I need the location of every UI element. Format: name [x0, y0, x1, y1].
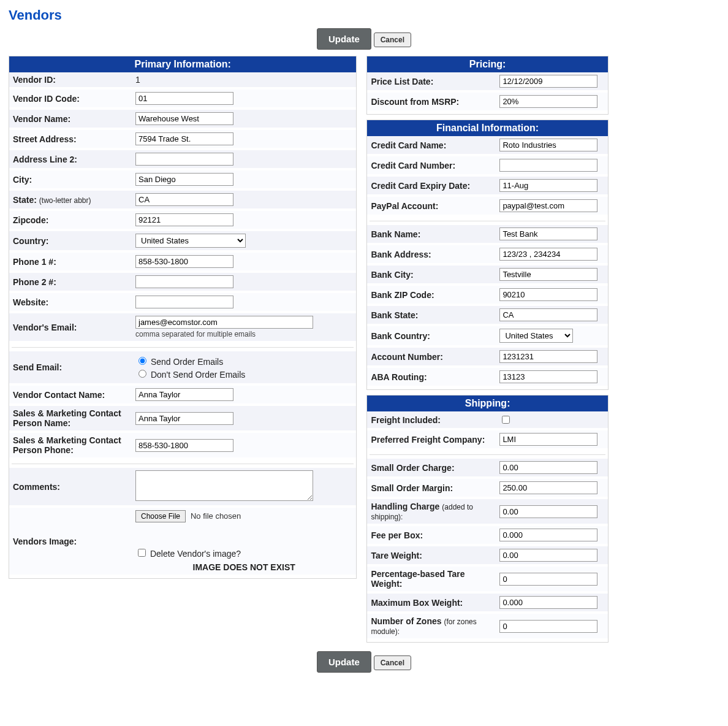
label-acct-num: Account Number: [367, 346, 496, 367]
label-zip: Zipcode: [9, 210, 132, 230]
file-status: No file chosen [191, 511, 241, 521]
cancel-button-bottom[interactable]: Cancel [374, 655, 411, 670]
input-aba[interactable] [499, 370, 597, 383]
input-state[interactable] [135, 193, 233, 206]
input-addr2[interactable] [135, 153, 233, 166]
label-pref-company: Preferred Freight Company: [367, 429, 496, 449]
input-discount[interactable] [499, 95, 597, 108]
input-cc-num[interactable] [499, 159, 597, 172]
pricing-panel: Pricing: Price List Date: Discount from … [366, 56, 608, 115]
label-cc-name: Credit Card Name: [367, 136, 496, 155]
input-zip[interactable] [135, 213, 233, 226]
value-vendor-id: 1 [132, 72, 356, 88]
label-tare: Tare Weight: [367, 545, 496, 565]
label-pct-tare: Percentage-based Tare Weight: [367, 565, 496, 592]
input-sm-phone[interactable] [135, 439, 233, 452]
label-bank-country: Bank Country: [367, 325, 496, 346]
label-comments: Comments: [9, 468, 132, 506]
input-vendor-name[interactable] [135, 112, 233, 125]
textarea-comments[interactable] [135, 470, 313, 501]
input-bank-addr[interactable] [499, 248, 597, 261]
input-bank-zip[interactable] [499, 288, 597, 301]
radio-send-emails[interactable] [138, 357, 146, 365]
input-max-box[interactable] [499, 596, 597, 609]
pricing-header: Pricing: [367, 56, 607, 72]
select-country[interactable]: United States [135, 234, 246, 248]
label-vendor-name: Vendor Name: [9, 109, 132, 129]
input-acct-num[interactable] [499, 350, 597, 363]
radio-dont-send-emails[interactable] [138, 370, 146, 378]
cancel-button[interactable]: Cancel [374, 32, 411, 47]
input-website[interactable] [135, 296, 233, 308]
label-price-date: Price List Date: [367, 72, 496, 91]
input-fee-box[interactable] [499, 529, 597, 541]
input-bank-city[interactable] [499, 268, 597, 281]
label-sm-name: Sales & Marketing Contact Person Name: [9, 405, 132, 432]
label-delete-image: Delete Vendor's image? [150, 549, 241, 559]
label-city: City: [9, 169, 132, 189]
checkbox-freight-included[interactable] [502, 416, 510, 424]
input-phone1[interactable] [135, 255, 233, 268]
label-handling: Handling Charge (added to shipping): [367, 498, 496, 525]
page-title: Vendors [9, 7, 719, 23]
label-phone2: Phone 2 #: [9, 272, 132, 292]
financial-header: Financial Information: [367, 120, 607, 136]
select-bank-country[interactable]: United States [499, 329, 573, 343]
label-image: Vendors Image: [9, 506, 132, 576]
label-fee-box: Fee per Box: [367, 525, 496, 545]
label-website: Website: [9, 292, 132, 312]
input-pref-company[interactable] [499, 433, 597, 446]
input-contact-name[interactable] [135, 388, 233, 401]
bottom-button-row: Update Cancel [9, 651, 719, 673]
input-price-date[interactable] [499, 75, 597, 88]
choose-file-button[interactable]: Choose File [135, 510, 186, 522]
label-paypal: PayPal Account: [367, 196, 496, 216]
input-phone2[interactable] [135, 275, 233, 288]
label-cc-num: Credit Card Number: [367, 155, 496, 175]
label-send-email: Send Email: [9, 351, 132, 384]
input-pct-tare[interactable] [499, 573, 597, 586]
shipping-panel: Shipping: Freight Included: Preferred Fr… [366, 395, 608, 643]
radio-dont-send-label: Don't Send Order Emails [151, 370, 245, 380]
label-bank-city: Bank City: [367, 264, 496, 285]
label-sm-phone: Sales & Marketing Contact Person Phone: [9, 432, 132, 459]
label-bank-zip: Bank ZIP Code: [367, 285, 496, 305]
input-tare[interactable] [499, 549, 597, 562]
update-button-bottom[interactable]: Update [317, 651, 371, 673]
label-freight-inc: Freight Included: [367, 411, 496, 429]
input-small-charge[interactable] [499, 461, 597, 474]
label-small-charge: Small Order Charge: [367, 459, 496, 478]
image-missing-text: IMAGE DOES NOT EXIST [135, 562, 352, 572]
label-vendor-id-code: Vendor ID Code: [9, 88, 132, 109]
input-small-margin[interactable] [499, 481, 597, 494]
input-city[interactable] [135, 173, 233, 186]
label-bank-state: Bank State: [367, 305, 496, 325]
checkbox-delete-image[interactable] [138, 549, 146, 557]
label-state: State: (two-letter abbr) [9, 189, 132, 210]
label-small-margin: Small Order Margin: [367, 478, 496, 498]
radio-send-label: Send Order Emails [151, 357, 223, 367]
input-street[interactable] [135, 132, 233, 145]
input-vendor-id-code[interactable] [135, 92, 233, 105]
label-street: Street Address: [9, 129, 132, 149]
update-button[interactable]: Update [317, 28, 371, 50]
label-discount: Discount from MSRP: [367, 91, 496, 112]
input-email[interactable] [135, 316, 313, 329]
input-cc-name[interactable] [499, 139, 597, 151]
input-bank-name[interactable] [499, 227, 597, 240]
primary-info-header: Primary Information: [9, 56, 356, 72]
input-sm-name[interactable] [135, 412, 233, 425]
label-cc-exp: Credit Card Expiry Date: [367, 175, 496, 196]
financial-panel: Financial Information: Credit Card Name:… [366, 120, 608, 390]
label-bank-addr: Bank Address: [367, 244, 496, 264]
label-zones: Number of Zones (for zones module): [367, 613, 496, 640]
label-email: Vendor's Email: [9, 312, 132, 342]
input-zones[interactable] [499, 620, 597, 633]
input-cc-exp[interactable] [499, 179, 597, 192]
input-handling[interactable] [499, 505, 597, 518]
label-max-box: Maximum Box Weight: [367, 592, 496, 613]
email-hint: comma separated for multiple emails [135, 330, 352, 338]
input-paypal[interactable] [499, 199, 597, 212]
label-bank-name: Bank Name: [367, 225, 496, 244]
input-bank-state[interactable] [499, 308, 597, 321]
